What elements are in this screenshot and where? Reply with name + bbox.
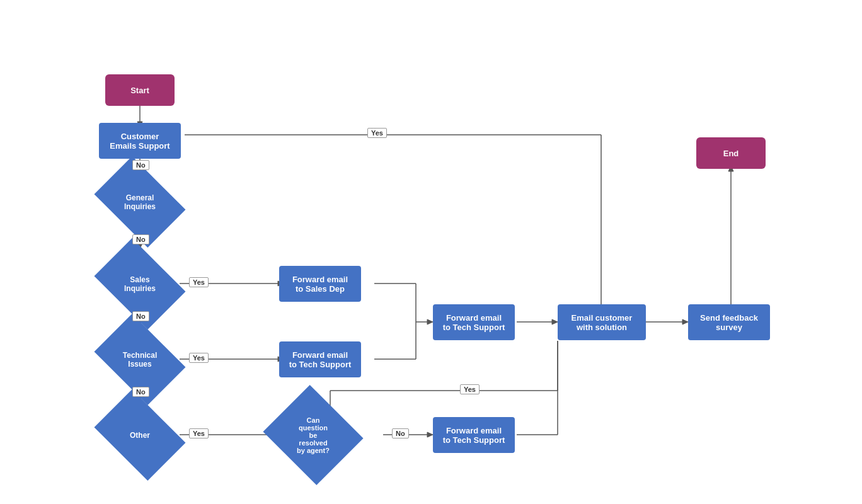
general-inquiries-node: GeneralInquiries bbox=[102, 175, 178, 229]
start-node: Start bbox=[105, 74, 175, 106]
forward-tech-1-label: Forward emailto Tech Support bbox=[289, 350, 352, 369]
customer-emails-label: CustomerEmails Support bbox=[110, 132, 170, 151]
label-yes-tech: Yes bbox=[189, 353, 209, 363]
other-label: Other bbox=[102, 408, 178, 462]
svg-marker-16 bbox=[427, 319, 433, 324]
technical-issues-node: TechnicalIssues bbox=[102, 333, 178, 386]
forward-tech-2-label: Forward emailto Tech Support bbox=[443, 426, 505, 445]
sales-inquiries-label: SalesInquiries bbox=[102, 257, 178, 311]
end-node: End bbox=[696, 137, 766, 169]
end-label: End bbox=[723, 149, 739, 158]
label-no-3: No bbox=[132, 311, 149, 321]
label-no-4: No bbox=[132, 387, 149, 397]
label-yes-sales: Yes bbox=[189, 277, 209, 287]
svg-marker-25 bbox=[682, 319, 688, 324]
svg-marker-33 bbox=[427, 432, 433, 437]
forward-tech-2-node: Forward emailto Tech Support bbox=[433, 417, 515, 453]
start-label: Start bbox=[130, 86, 149, 95]
forward-tech-main-node: Forward emailto Tech Support bbox=[433, 304, 515, 340]
forward-sales-label: Forward emailto Sales Dep bbox=[292, 275, 348, 294]
label-no-1: No bbox=[132, 160, 149, 170]
label-no-2: No bbox=[132, 234, 149, 244]
technical-issues-label: TechnicalIssues bbox=[102, 333, 178, 386]
forward-tech-main-label: Forward emailto Tech Support bbox=[443, 313, 505, 332]
can-resolve-label: Canquestionberesolvedby agent? bbox=[275, 402, 351, 468]
customer-emails-node: CustomerEmails Support bbox=[99, 123, 181, 159]
label-yes-customer: Yes bbox=[367, 128, 387, 138]
label-no-resolve: No bbox=[392, 428, 409, 438]
sales-inquiries-node: SalesInquiries bbox=[102, 257, 178, 311]
label-yes-resolve: Yes bbox=[460, 384, 480, 394]
general-inquiries-label: GeneralInquiries bbox=[102, 175, 178, 229]
label-yes-other: Yes bbox=[189, 428, 209, 438]
email-customer-label: Email customerwith solution bbox=[572, 313, 633, 332]
send-feedback-label: Send feedbacksurvey bbox=[700, 313, 758, 332]
forward-tech-1-node: Forward emailto Tech Support bbox=[279, 341, 361, 377]
forward-sales-node: Forward emailto Sales Dep bbox=[279, 266, 361, 302]
send-feedback-node: Send feedbacksurvey bbox=[688, 304, 770, 340]
other-node: Other bbox=[102, 408, 178, 462]
can-resolve-node: Canquestionberesolvedby agent? bbox=[275, 402, 351, 468]
svg-marker-23 bbox=[552, 319, 558, 324]
email-customer-node: Email customerwith solution bbox=[558, 304, 646, 340]
